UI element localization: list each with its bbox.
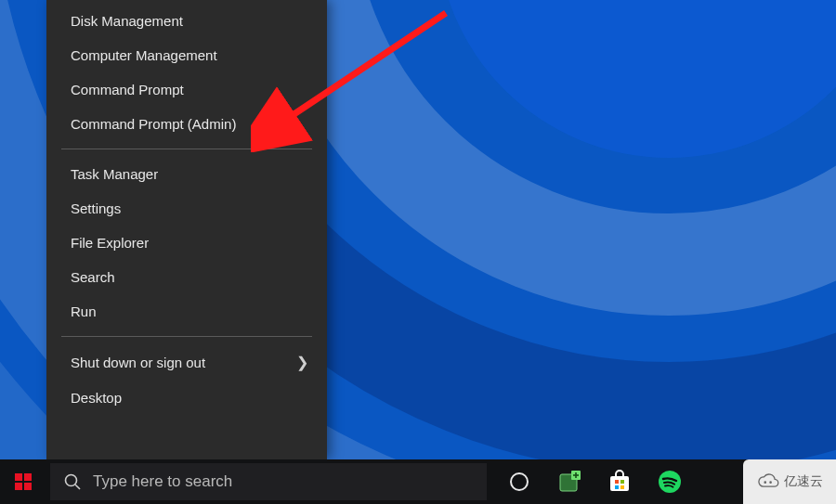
svg-rect-5	[24, 483, 32, 490]
winx-context-menu: Disk Management Computer Management Comm…	[46, 0, 327, 459]
svg-point-21	[769, 481, 772, 484]
svg-rect-15	[615, 480, 619, 484]
menu-item-run[interactable]: Run	[46, 294, 327, 329]
taskbar-app-1[interactable]	[550, 459, 589, 504]
svg-point-6	[66, 475, 77, 486]
menu-separator	[61, 336, 312, 337]
menu-separator	[61, 149, 312, 149]
svg-point-8	[511, 473, 528, 490]
svg-rect-3	[24, 473, 32, 481]
menu-item-label: File Explorer	[71, 235, 308, 251]
menu-item-label: Task Manager	[71, 166, 308, 182]
taskbar-search-box[interactable]: Type here to search	[50, 463, 487, 500]
menu-item-label: Computer Management	[71, 47, 308, 63]
svg-rect-2	[15, 473, 22, 481]
menu-item-computer-management[interactable]: Computer Management	[46, 38, 327, 72]
menu-item-label: Disk Management	[71, 13, 308, 29]
svg-rect-17	[615, 485, 619, 489]
cloud-icon	[756, 473, 780, 490]
taskbar-microsoft-store[interactable]	[600, 459, 639, 504]
menu-item-label: Settings	[71, 200, 308, 216]
svg-point-20	[764, 481, 766, 484]
spotify-icon	[658, 470, 682, 494]
menu-item-command-prompt[interactable]: Command Prompt	[46, 72, 327, 107]
menu-item-label: Command Prompt (Admin)	[71, 116, 308, 132]
menu-item-disk-management[interactable]: Disk Management	[46, 4, 327, 38]
taskbar: Type here to search	[0, 459, 836, 504]
box-plus-icon	[557, 470, 581, 494]
menu-item-search[interactable]: Search	[46, 260, 327, 294]
svg-rect-16	[620, 480, 624, 484]
store-bag-icon	[607, 470, 632, 494]
menu-item-label: Run	[71, 304, 308, 319]
taskbar-spotify[interactable]	[650, 459, 689, 504]
svg-rect-18	[620, 485, 624, 489]
svg-rect-4	[15, 483, 22, 490]
menu-item-shutdown-signout[interactable]: Shut down or sign out ❯	[46, 344, 327, 381]
windows-logo-icon	[15, 473, 32, 490]
menu-item-label: Command Prompt	[71, 82, 308, 97]
chevron-right-icon: ❯	[296, 354, 308, 371]
svg-line-7	[75, 485, 80, 489]
menu-item-settings[interactable]: Settings	[46, 191, 327, 226]
taskbar-pinned-icons	[500, 459, 689, 504]
watermark-text: 亿速云	[784, 473, 823, 490]
search-icon	[63, 472, 82, 491]
menu-item-command-prompt-admin[interactable]: Command Prompt (Admin)	[46, 107, 327, 141]
menu-item-file-explorer[interactable]: File Explorer	[46, 226, 327, 260]
menu-item-task-manager[interactable]: Task Manager	[46, 157, 327, 191]
menu-item-label: Search	[71, 269, 308, 285]
taskbar-cortana-button[interactable]	[500, 459, 539, 504]
watermark: 亿速云	[743, 459, 836, 504]
svg-rect-14	[610, 476, 629, 491]
cortana-circle-icon	[509, 472, 529, 492]
menu-item-label: Shut down or sign out	[71, 355, 296, 370]
menu-item-label: Desktop	[71, 390, 308, 406]
menu-item-desktop[interactable]: Desktop	[46, 381, 327, 415]
start-button[interactable]	[0, 459, 46, 504]
search-placeholder: Type here to search	[93, 472, 232, 491]
